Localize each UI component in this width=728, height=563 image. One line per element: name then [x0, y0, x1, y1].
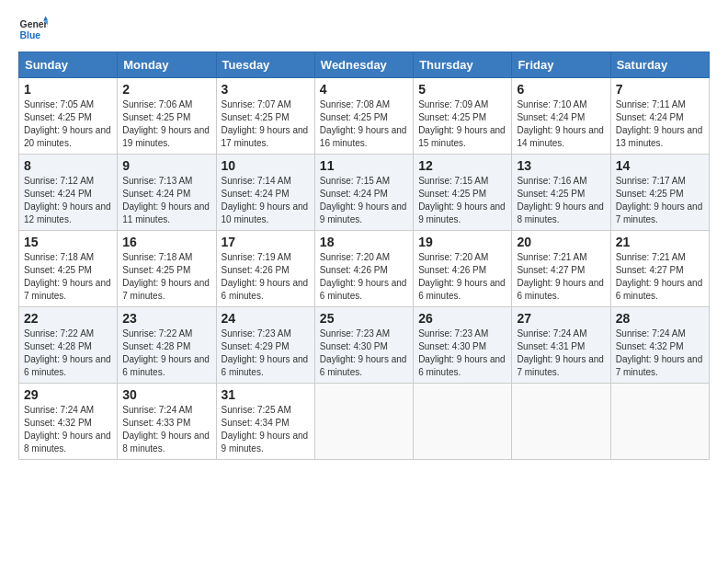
day-number: 27	[517, 311, 605, 326]
day-number: 4	[320, 82, 408, 97]
calendar-cell: 3Sunrise: 7:07 AMSunset: 4:25 PMDaylight…	[216, 78, 314, 155]
calendar-week-row: 22Sunrise: 7:22 AMSunset: 4:28 PMDayligh…	[19, 307, 710, 384]
cell-text: Sunrise: 7:10 AMSunset: 4:24 PMDaylight:…	[517, 98, 605, 150]
day-number: 5	[418, 82, 506, 97]
calendar-cell: 6Sunrise: 7:10 AMSunset: 4:24 PMDaylight…	[512, 78, 610, 155]
calendar-cell: 21Sunrise: 7:21 AMSunset: 4:27 PMDayligh…	[610, 231, 709, 307]
cell-text: Sunrise: 7:21 AMSunset: 4:27 PMDaylight:…	[616, 251, 704, 303]
calendar-cell: 16Sunrise: 7:18 AMSunset: 4:25 PMDayligh…	[118, 231, 216, 307]
day-number: 8	[24, 158, 112, 173]
svg-text:Blue: Blue	[20, 30, 41, 40]
day-number: 23	[122, 311, 210, 326]
calendar-cell	[414, 384, 512, 460]
day-number: 11	[320, 158, 408, 173]
calendar-cell: 10Sunrise: 7:14 AMSunset: 4:24 PMDayligh…	[216, 155, 314, 231]
day-number: 13	[517, 158, 605, 173]
cell-text: Sunrise: 7:05 AMSunset: 4:25 PMDaylight:…	[24, 98, 112, 150]
day-number: 12	[418, 158, 506, 173]
calendar-cell: 24Sunrise: 7:23 AMSunset: 4:29 PMDayligh…	[216, 307, 314, 384]
day-of-week-header: Sunday	[19, 52, 118, 78]
cell-text: Sunrise: 7:20 AMSunset: 4:26 PMDaylight:…	[418, 251, 506, 303]
calendar-week-row: 8Sunrise: 7:12 AMSunset: 4:24 PMDaylight…	[19, 155, 710, 231]
calendar-cell: 15Sunrise: 7:18 AMSunset: 4:25 PMDayligh…	[19, 231, 118, 307]
day-of-week-header: Monday	[118, 52, 216, 78]
cell-text: Sunrise: 7:12 AMSunset: 4:24 PMDaylight:…	[24, 175, 112, 226]
calendar-cell: 31Sunrise: 7:25 AMSunset: 4:34 PMDayligh…	[216, 384, 314, 460]
calendar-cell	[512, 384, 610, 460]
day-number: 3	[222, 82, 310, 97]
cell-text: Sunrise: 7:14 AMSunset: 4:24 PMDaylight:…	[222, 175, 310, 226]
day-of-week-header: Saturday	[610, 52, 709, 78]
calendar-table: SundayMondayTuesdayWednesdayThursdayFrid…	[18, 52, 710, 460]
day-of-week-header: Tuesday	[216, 52, 314, 78]
calendar-cell: 13Sunrise: 7:16 AMSunset: 4:25 PMDayligh…	[512, 155, 610, 231]
calendar-cell: 11Sunrise: 7:15 AMSunset: 4:24 PMDayligh…	[314, 155, 413, 231]
cell-text: Sunrise: 7:13 AMSunset: 4:24 PMDaylight:…	[122, 175, 210, 226]
svg-marker-2	[43, 17, 48, 21]
cell-text: Sunrise: 7:22 AMSunset: 4:28 PMDaylight:…	[122, 327, 210, 379]
calendar-cell: 28Sunrise: 7:24 AMSunset: 4:32 PMDayligh…	[610, 307, 709, 384]
cell-text: Sunrise: 7:24 AMSunset: 4:32 PMDaylight:…	[616, 327, 704, 379]
cell-text: Sunrise: 7:21 AMSunset: 4:27 PMDaylight:…	[517, 251, 605, 303]
cell-text: Sunrise: 7:20 AMSunset: 4:26 PMDaylight:…	[320, 251, 408, 303]
calendar-cell	[610, 384, 709, 460]
day-of-week-header: Wednesday	[314, 52, 413, 78]
day-number: 17	[222, 235, 310, 249]
calendar-cell: 25Sunrise: 7:23 AMSunset: 4:30 PMDayligh…	[314, 307, 413, 384]
calendar-cell: 30Sunrise: 7:24 AMSunset: 4:33 PMDayligh…	[118, 384, 216, 460]
day-number: 24	[222, 311, 310, 326]
calendar-cell: 18Sunrise: 7:20 AMSunset: 4:26 PMDayligh…	[314, 231, 413, 307]
calendar-cell	[314, 384, 413, 460]
cell-text: Sunrise: 7:24 AMSunset: 4:33 PMDaylight:…	[122, 404, 210, 455]
calendar-cell: 1Sunrise: 7:05 AMSunset: 4:25 PMDaylight…	[19, 78, 118, 155]
cell-text: Sunrise: 7:24 AMSunset: 4:31 PMDaylight:…	[517, 327, 605, 379]
day-number: 28	[616, 311, 704, 326]
cell-text: Sunrise: 7:15 AMSunset: 4:24 PMDaylight:…	[320, 175, 408, 226]
day-number: 19	[418, 235, 506, 249]
day-number: 20	[517, 235, 605, 249]
calendar-cell: 17Sunrise: 7:19 AMSunset: 4:26 PMDayligh…	[216, 231, 314, 307]
cell-text: Sunrise: 7:22 AMSunset: 4:28 PMDaylight:…	[24, 327, 112, 379]
cell-text: Sunrise: 7:23 AMSunset: 4:29 PMDaylight:…	[222, 327, 310, 379]
calendar-cell: 8Sunrise: 7:12 AMSunset: 4:24 PMDaylight…	[19, 155, 118, 231]
calendar-cell: 4Sunrise: 7:08 AMSunset: 4:25 PMDaylight…	[314, 78, 413, 155]
calendar-cell: 27Sunrise: 7:24 AMSunset: 4:31 PMDayligh…	[512, 307, 610, 384]
calendar-week-row: 1Sunrise: 7:05 AMSunset: 4:25 PMDaylight…	[19, 78, 710, 155]
calendar-cell: 7Sunrise: 7:11 AMSunset: 4:24 PMDaylight…	[610, 78, 709, 155]
day-number: 31	[222, 387, 310, 402]
day-number: 2	[122, 82, 210, 97]
cell-text: Sunrise: 7:08 AMSunset: 4:25 PMDaylight:…	[320, 98, 408, 150]
calendar-week-row: 29Sunrise: 7:24 AMSunset: 4:32 PMDayligh…	[19, 384, 710, 460]
day-number: 30	[122, 387, 210, 402]
day-number: 7	[616, 82, 704, 97]
cell-text: Sunrise: 7:06 AMSunset: 4:25 PMDaylight:…	[122, 98, 210, 150]
cell-text: Sunrise: 7:25 AMSunset: 4:34 PMDaylight:…	[222, 404, 310, 455]
header: General Blue	[18, 15, 710, 44]
calendar-cell: 29Sunrise: 7:24 AMSunset: 4:32 PMDayligh…	[19, 384, 118, 460]
cell-text: Sunrise: 7:24 AMSunset: 4:32 PMDaylight:…	[24, 404, 112, 455]
days-of-week-row: SundayMondayTuesdayWednesdayThursdayFrid…	[19, 52, 710, 78]
calendar-body: 1Sunrise: 7:05 AMSunset: 4:25 PMDaylight…	[19, 78, 710, 460]
day-number: 22	[24, 311, 112, 326]
logo-icon: General Blue	[18, 15, 48, 44]
day-number: 1	[24, 82, 112, 97]
logo: General Blue	[18, 15, 48, 44]
day-number: 25	[320, 311, 408, 326]
calendar-cell: 20Sunrise: 7:21 AMSunset: 4:27 PMDayligh…	[512, 231, 610, 307]
cell-text: Sunrise: 7:18 AMSunset: 4:25 PMDaylight:…	[24, 251, 112, 303]
cell-text: Sunrise: 7:15 AMSunset: 4:25 PMDaylight:…	[418, 175, 506, 226]
svg-text:General: General	[20, 19, 48, 29]
cell-text: Sunrise: 7:17 AMSunset: 4:25 PMDaylight:…	[616, 175, 704, 226]
day-of-week-header: Friday	[512, 52, 610, 78]
cell-text: Sunrise: 7:16 AMSunset: 4:25 PMDaylight:…	[517, 175, 605, 226]
calendar-cell: 14Sunrise: 7:17 AMSunset: 4:25 PMDayligh…	[610, 155, 709, 231]
calendar-cell: 2Sunrise: 7:06 AMSunset: 4:25 PMDaylight…	[118, 78, 216, 155]
calendar-cell: 23Sunrise: 7:22 AMSunset: 4:28 PMDayligh…	[118, 307, 216, 384]
calendar-cell: 19Sunrise: 7:20 AMSunset: 4:26 PMDayligh…	[414, 231, 512, 307]
day-number: 6	[517, 82, 605, 97]
cell-text: Sunrise: 7:23 AMSunset: 4:30 PMDaylight:…	[418, 327, 506, 379]
calendar-cell: 9Sunrise: 7:13 AMSunset: 4:24 PMDaylight…	[118, 155, 216, 231]
day-number: 16	[122, 235, 210, 249]
calendar-cell: 5Sunrise: 7:09 AMSunset: 4:25 PMDaylight…	[414, 78, 512, 155]
day-number: 21	[616, 235, 704, 249]
